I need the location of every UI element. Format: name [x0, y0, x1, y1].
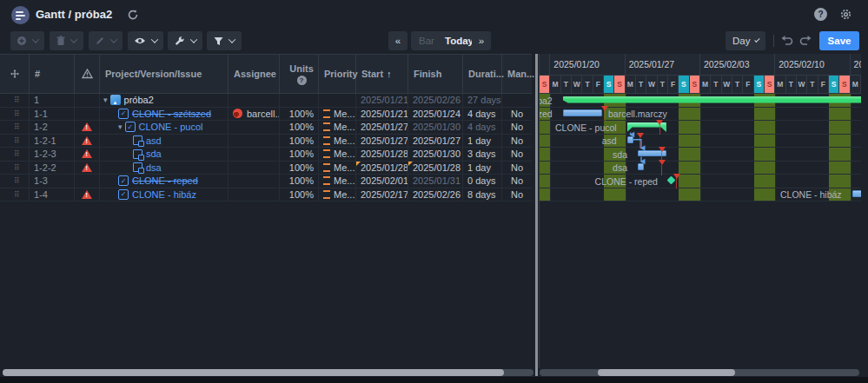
start-date-cell[interactable]: 2025/01/21 — [356, 108, 408, 121]
duration-cell[interactable]: 8 days — [463, 188, 502, 201]
units-cell[interactable]: 100% — [280, 162, 319, 175]
column-header-num[interactable]: # — [30, 55, 75, 93]
table-row[interactable]: ⠿1-2-1!asd100%Me...2025/01/272025/01/271… — [0, 135, 532, 149]
column-header-finish[interactable]: Finish — [408, 55, 463, 93]
column-header-priority[interactable]: Priority — [319, 55, 356, 93]
assignee-cell[interactable] — [229, 188, 280, 201]
settings-gear-icon[interactable] — [839, 8, 852, 21]
drag-handle-icon[interactable]: ⠿ — [14, 136, 19, 145]
start-date-cell[interactable]: 2025/02/01 — [356, 175, 408, 188]
finish-date-cell[interactable]: 2025/01/27 — [408, 135, 463, 148]
tools-button[interactable] — [168, 31, 202, 50]
start-date-cell[interactable]: 2025/01/28 — [356, 162, 408, 175]
units-cell[interactable]: 100% — [280, 108, 319, 121]
priority-cell[interactable]: Me... — [319, 108, 356, 121]
finish-date-cell[interactable]: 2025/02/26 — [408, 94, 463, 107]
duration-cell[interactable]: 1 day — [463, 162, 502, 175]
drag-handle-icon[interactable]: ⠿ — [14, 149, 19, 158]
priority-cell[interactable]: Me... — [319, 148, 356, 161]
expand-caret-icon[interactable]: ▾ — [103, 96, 108, 104]
column-header-issue[interactable]: Project/Version/Issue — [100, 55, 229, 93]
assignee-cell[interactable] — [229, 175, 280, 188]
manual-cell[interactable]: No — [502, 175, 532, 188]
priority-cell[interactable]: Me... — [319, 121, 356, 134]
assignee-cell[interactable] — [229, 162, 280, 175]
issue-name-link[interactable]: próba2 — [124, 95, 154, 105]
duration-cell[interactable]: 3 days — [463, 148, 502, 161]
start-date-cell[interactable]: 2025/01/28 — [356, 148, 408, 161]
units-cell[interactable]: 100% — [280, 175, 319, 188]
manual-cell[interactable]: No — [502, 108, 532, 121]
issue-cell[interactable]: ▾▲próba2 — [100, 94, 229, 107]
column-header-start[interactable]: Start ↑ — [356, 55, 408, 93]
manual-cell[interactable]: No — [502, 121, 532, 134]
table-row[interactable]: ⠿1▾▲próba22025/01/212025/02/2627 days — [0, 94, 532, 108]
manual-cell[interactable]: No — [502, 188, 532, 201]
table-row[interactable]: ⠿1-4!✓CLONE - hibáz100%Me...2025/02/1720… — [0, 188, 532, 202]
issue-name-link[interactable]: asd — [146, 135, 162, 146]
filter-button[interactable] — [207, 31, 242, 50]
view-button[interactable] — [128, 31, 163, 50]
redo-button[interactable] — [799, 35, 812, 46]
save-button[interactable]: Save — [819, 31, 859, 50]
assignee-cell[interactable] — [229, 94, 280, 107]
table-scrollbar-thumb[interactable] — [3, 369, 504, 376]
drag-handle-icon[interactable]: ⠿ — [14, 96, 19, 104]
priority-cell[interactable]: Me... — [319, 135, 356, 148]
priority-cell[interactable]: Me... — [319, 188, 356, 201]
column-header-units[interactable]: Units ? — [280, 55, 319, 93]
manual-cell[interactable]: No — [502, 148, 532, 161]
priority-cell[interactable] — [319, 94, 356, 107]
issue-cell[interactable]: asd — [100, 135, 229, 148]
duration-cell[interactable]: 0 days — [463, 175, 502, 188]
sort-ascending-icon[interactable]: ↑ — [387, 69, 392, 79]
finish-date-cell[interactable]: 2025/02/26 — [408, 188, 463, 201]
table-row[interactable]: ⠿1-2-2!dsa100%Me...2025/01/282025/01/281… — [0, 162, 532, 175]
help-button[interactable]: ? — [814, 8, 827, 21]
issue-name-link[interactable]: CLONE - reped — [132, 175, 198, 186]
drag-handle-icon[interactable]: ⠿ — [14, 122, 19, 131]
start-date-cell[interactable]: 2025/01/27 — [356, 121, 408, 134]
issue-cell[interactable]: ✓CLONE - szétszed — [100, 108, 229, 121]
issue-cell[interactable]: ✓CLONE - reped — [100, 175, 229, 188]
expand-caret-icon[interactable]: ▾ — [118, 122, 123, 131]
drag-handle-icon[interactable]: ⠿ — [14, 176, 19, 185]
duration-cell[interactable]: 4 days — [463, 121, 502, 134]
refresh-button[interactable] — [127, 9, 139, 21]
panel-splitter[interactable] — [535, 54, 538, 376]
start-date-cell[interactable]: 2025/02/17 — [356, 188, 408, 201]
units-cell[interactable] — [280, 94, 319, 107]
finish-date-cell[interactable]: 2025/01/30 — [408, 148, 463, 161]
priority-cell[interactable]: Me... — [319, 175, 356, 188]
chart-horizontal-scrollbar[interactable] — [540, 369, 859, 376]
table-row[interactable]: ⠿1-2!▾✓CLONE - pucol100%Me...2025/01/272… — [0, 121, 532, 135]
start-date-cell[interactable]: 2025/01/27 — [356, 135, 408, 148]
issue-cell[interactable]: dsa — [100, 162, 229, 175]
assignee-cell[interactable] — [229, 148, 280, 161]
add-button[interactable] — [10, 31, 44, 50]
issue-name-link[interactable]: CLONE - szétszed — [132, 109, 211, 119]
issue-name-link[interactable]: CLONE - pucol — [139, 122, 203, 132]
column-header-warning[interactable] — [75, 55, 100, 93]
table-horizontal-scrollbar[interactable] — [3, 369, 533, 376]
issue-cell[interactable]: ✓CLONE - hibáz — [100, 188, 229, 201]
priority-cell[interactable]: Me... — [319, 162, 356, 175]
units-cell[interactable]: 100% — [280, 121, 319, 134]
units-cell[interactable]: 100% — [280, 135, 319, 148]
column-header-duration[interactable]: Durati... — [463, 55, 502, 93]
drag-handle-icon[interactable]: ⠿ — [14, 163, 19, 172]
table-row[interactable]: ⠿1-2-3!sda100%Me...2025/01/282025/01/303… — [0, 148, 532, 162]
finish-date-cell[interactable]: 2025/01/31 — [408, 175, 463, 188]
scroll-next-button[interactable]: » — [472, 31, 491, 50]
assignee-cell[interactable]: barcell.... — [229, 108, 280, 121]
table-row[interactable]: ⠿1-3✓CLONE - reped100%Me...2025/02/01202… — [0, 175, 532, 188]
duration-cell[interactable]: 27 days — [463, 94, 502, 107]
chart-scrollbar-thumb[interactable] — [598, 369, 735, 376]
duration-cell[interactable]: 1 day — [463, 135, 502, 148]
table-row[interactable]: ⠿1-1✓CLONE - szétszedbarcell....100%Me..… — [0, 108, 532, 122]
issue-cell[interactable]: ▾✓CLONE - pucol — [100, 121, 229, 134]
duration-cell[interactable]: 4 days — [463, 108, 502, 121]
zoom-level-dropdown[interactable]: Day — [726, 31, 765, 50]
issue-cell[interactable]: sda — [100, 148, 229, 161]
undo-button[interactable] — [780, 35, 793, 46]
